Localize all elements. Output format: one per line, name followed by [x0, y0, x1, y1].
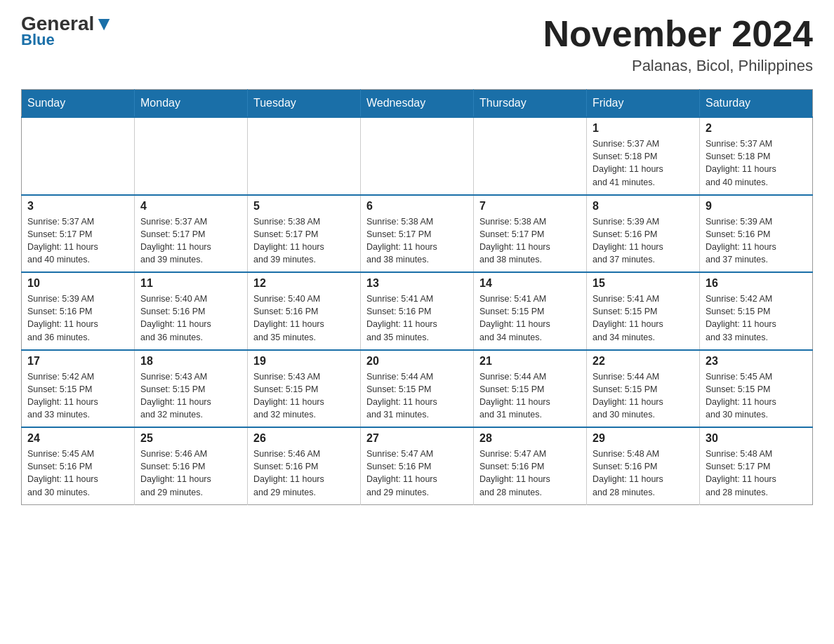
calendar-cell — [22, 117, 135, 195]
day-number: 19 — [253, 355, 355, 368]
calendar-week-row: 10Sunrise: 5:39 AM Sunset: 5:16 PM Dayli… — [22, 272, 813, 350]
day-info: Sunrise: 5:37 AM Sunset: 5:18 PM Dayligh… — [706, 137, 807, 189]
day-number: 29 — [593, 432, 694, 445]
calendar-cell — [474, 117, 587, 195]
weekday-header-wednesday: Wednesday — [361, 90, 474, 118]
calendar-cell: 10Sunrise: 5:39 AM Sunset: 5:16 PM Dayli… — [22, 272, 135, 350]
day-number: 9 — [706, 200, 807, 213]
calendar-cell: 8Sunrise: 5:39 AM Sunset: 5:16 PM Daylig… — [587, 195, 700, 273]
day-info: Sunrise: 5:48 AM Sunset: 5:16 PM Dayligh… — [593, 448, 694, 499]
weekday-header-monday: Monday — [135, 90, 248, 118]
day-number: 15 — [593, 277, 694, 290]
calendar-cell: 23Sunrise: 5:45 AM Sunset: 5:15 PM Dayli… — [700, 350, 813, 428]
day-number: 28 — [479, 432, 581, 445]
calendar-cell: 25Sunrise: 5:46 AM Sunset: 5:16 PM Dayli… — [135, 427, 248, 504]
calendar-cell: 15Sunrise: 5:41 AM Sunset: 5:15 PM Dayli… — [587, 272, 700, 350]
calendar-cell: 22Sunrise: 5:44 AM Sunset: 5:15 PM Dayli… — [587, 350, 700, 428]
day-info: Sunrise: 5:44 AM Sunset: 5:15 PM Dayligh… — [593, 370, 694, 422]
calendar-header: SundayMondayTuesdayWednesdayThursdayFrid… — [22, 90, 813, 118]
day-number: 27 — [366, 432, 468, 445]
day-number: 1 — [593, 122, 694, 135]
title-section: November 2024 Palanas, Bicol, Philippine… — [543, 14, 813, 75]
day-info: Sunrise: 5:39 AM Sunset: 5:16 PM Dayligh… — [593, 215, 694, 267]
calendar-cell: 4Sunrise: 5:37 AM Sunset: 5:17 PM Daylig… — [135, 195, 248, 273]
calendar-cell: 9Sunrise: 5:39 AM Sunset: 5:16 PM Daylig… — [700, 195, 813, 273]
day-number: 30 — [706, 432, 807, 445]
logo: General▼ Blue — [21, 14, 114, 49]
calendar-cell — [248, 117, 361, 195]
day-info: Sunrise: 5:38 AM Sunset: 5:17 PM Dayligh… — [366, 215, 468, 267]
calendar-cell: 20Sunrise: 5:44 AM Sunset: 5:15 PM Dayli… — [361, 350, 474, 428]
day-number: 21 — [479, 355, 581, 368]
day-number: 22 — [593, 355, 694, 368]
calendar-cell: 28Sunrise: 5:47 AM Sunset: 5:16 PM Dayli… — [474, 427, 587, 504]
calendar-cell: 16Sunrise: 5:42 AM Sunset: 5:15 PM Dayli… — [700, 272, 813, 350]
day-info: Sunrise: 5:40 AM Sunset: 5:16 PM Dayligh… — [253, 293, 355, 344]
weekday-header-saturday: Saturday — [700, 90, 813, 118]
day-number: 5 — [253, 200, 355, 213]
day-number: 18 — [140, 355, 241, 368]
calendar-week-row: 1Sunrise: 5:37 AM Sunset: 5:18 PM Daylig… — [22, 117, 813, 195]
calendar-cell: 2Sunrise: 5:37 AM Sunset: 5:18 PM Daylig… — [700, 117, 813, 195]
day-info: Sunrise: 5:37 AM Sunset: 5:17 PM Dayligh… — [140, 215, 241, 267]
day-number: 17 — [27, 355, 128, 368]
day-info: Sunrise: 5:45 AM Sunset: 5:15 PM Dayligh… — [706, 370, 807, 422]
day-info: Sunrise: 5:44 AM Sunset: 5:15 PM Dayligh… — [366, 370, 468, 422]
day-info: Sunrise: 5:41 AM Sunset: 5:15 PM Dayligh… — [593, 293, 694, 344]
day-number: 10 — [27, 277, 128, 290]
calendar-cell: 19Sunrise: 5:43 AM Sunset: 5:15 PM Dayli… — [248, 350, 361, 428]
day-info: Sunrise: 5:48 AM Sunset: 5:17 PM Dayligh… — [706, 448, 807, 499]
day-info: Sunrise: 5:38 AM Sunset: 5:17 PM Dayligh… — [479, 215, 581, 267]
calendar-cell: 5Sunrise: 5:38 AM Sunset: 5:17 PM Daylig… — [248, 195, 361, 273]
weekday-header-row: SundayMondayTuesdayWednesdayThursdayFrid… — [22, 90, 813, 118]
day-info: Sunrise: 5:39 AM Sunset: 5:16 PM Dayligh… — [27, 293, 128, 344]
calendar-cell: 3Sunrise: 5:37 AM Sunset: 5:17 PM Daylig… — [22, 195, 135, 273]
page-header: General▼ Blue November 2024 Palanas, Bic… — [21, 14, 813, 75]
calendar-table: SundayMondayTuesdayWednesdayThursdayFrid… — [21, 89, 813, 505]
weekday-header-thursday: Thursday — [474, 90, 587, 118]
day-number: 3 — [27, 200, 128, 213]
calendar-cell: 21Sunrise: 5:44 AM Sunset: 5:15 PM Dayli… — [474, 350, 587, 428]
calendar-week-row: 3Sunrise: 5:37 AM Sunset: 5:17 PM Daylig… — [22, 195, 813, 273]
day-number: 2 — [706, 122, 807, 135]
calendar-cell: 29Sunrise: 5:48 AM Sunset: 5:16 PM Dayli… — [587, 427, 700, 504]
calendar-cell: 26Sunrise: 5:46 AM Sunset: 5:16 PM Dayli… — [248, 427, 361, 504]
day-info: Sunrise: 5:37 AM Sunset: 5:18 PM Dayligh… — [593, 137, 694, 189]
day-info: Sunrise: 5:40 AM Sunset: 5:16 PM Dayligh… — [140, 293, 241, 344]
calendar-cell: 11Sunrise: 5:40 AM Sunset: 5:16 PM Dayli… — [135, 272, 248, 350]
calendar-cell: 14Sunrise: 5:41 AM Sunset: 5:15 PM Dayli… — [474, 272, 587, 350]
day-number: 7 — [479, 200, 581, 213]
calendar-cell: 13Sunrise: 5:41 AM Sunset: 5:16 PM Dayli… — [361, 272, 474, 350]
month-year-title: November 2024 — [543, 14, 813, 54]
day-number: 26 — [253, 432, 355, 445]
logo-blue-text: Blue — [21, 31, 55, 49]
day-info: Sunrise: 5:47 AM Sunset: 5:16 PM Dayligh… — [479, 448, 581, 499]
calendar-cell: 30Sunrise: 5:48 AM Sunset: 5:17 PM Dayli… — [700, 427, 813, 504]
day-number: 13 — [366, 277, 468, 290]
day-number: 4 — [140, 200, 241, 213]
day-info: Sunrise: 5:46 AM Sunset: 5:16 PM Dayligh… — [253, 448, 355, 499]
day-number: 8 — [593, 200, 694, 213]
day-info: Sunrise: 5:39 AM Sunset: 5:16 PM Dayligh… — [706, 215, 807, 267]
calendar-cell: 24Sunrise: 5:45 AM Sunset: 5:16 PM Dayli… — [22, 427, 135, 504]
calendar-cell: 6Sunrise: 5:38 AM Sunset: 5:17 PM Daylig… — [361, 195, 474, 273]
weekday-header-sunday: Sunday — [22, 90, 135, 118]
day-info: Sunrise: 5:43 AM Sunset: 5:15 PM Dayligh… — [253, 370, 355, 422]
day-info: Sunrise: 5:47 AM Sunset: 5:16 PM Dayligh… — [366, 448, 468, 499]
day-info: Sunrise: 5:42 AM Sunset: 5:15 PM Dayligh… — [27, 370, 128, 422]
calendar-body: 1Sunrise: 5:37 AM Sunset: 5:18 PM Daylig… — [22, 117, 813, 504]
weekday-header-tuesday: Tuesday — [248, 90, 361, 118]
day-info: Sunrise: 5:43 AM Sunset: 5:15 PM Dayligh… — [140, 370, 241, 422]
day-info: Sunrise: 5:37 AM Sunset: 5:17 PM Dayligh… — [27, 215, 128, 267]
day-info: Sunrise: 5:46 AM Sunset: 5:16 PM Dayligh… — [140, 448, 241, 499]
calendar-cell: 18Sunrise: 5:43 AM Sunset: 5:15 PM Dayli… — [135, 350, 248, 428]
day-number: 24 — [27, 432, 128, 445]
location-subtitle: Palanas, Bicol, Philippines — [543, 57, 813, 75]
calendar-cell — [361, 117, 474, 195]
weekday-header-friday: Friday — [587, 90, 700, 118]
day-info: Sunrise: 5:38 AM Sunset: 5:17 PM Dayligh… — [253, 215, 355, 267]
day-number: 23 — [706, 355, 807, 368]
day-info: Sunrise: 5:42 AM Sunset: 5:15 PM Dayligh… — [706, 293, 807, 344]
calendar-cell: 27Sunrise: 5:47 AM Sunset: 5:16 PM Dayli… — [361, 427, 474, 504]
calendar-cell: 1Sunrise: 5:37 AM Sunset: 5:18 PM Daylig… — [587, 117, 700, 195]
